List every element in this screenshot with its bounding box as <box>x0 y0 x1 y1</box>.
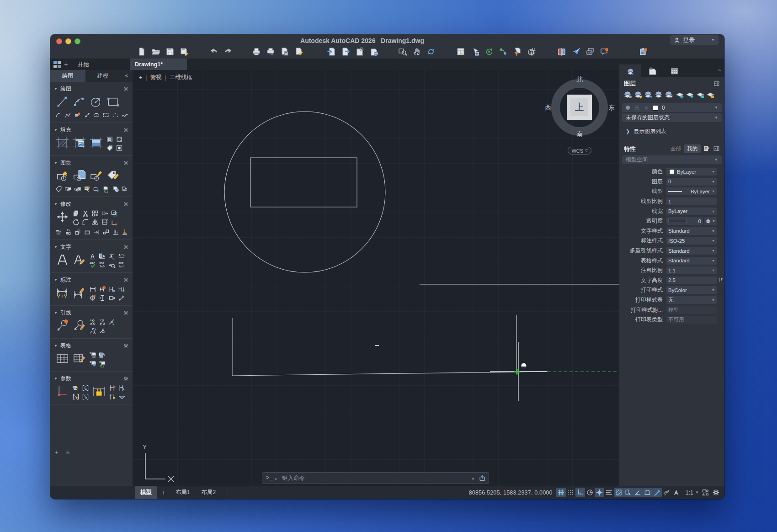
lead-add-icon[interactable] <box>89 319 96 326</box>
qat-quick-select-button[interactable] <box>470 47 480 57</box>
transparency-extra[interactable]: ▼ <box>704 217 717 225</box>
param-corner-icon[interactable] <box>56 385 69 398</box>
tool-text-col[interactable]: A <box>98 252 106 261</box>
status-annotation-toggle[interactable] <box>652 488 662 497</box>
zoom-window-icon[interactable] <box>398 47 407 56</box>
tool-mirror[interactable] <box>91 218 99 226</box>
section-gear-icon[interactable] <box>123 86 129 92</box>
collapse-triangle-icon[interactable]: ▼ <box>54 161 58 165</box>
doc-link-icon[interactable] <box>369 47 378 56</box>
fillet-icon[interactable] <box>82 218 89 226</box>
block-edit-icon[interactable] <box>90 169 103 182</box>
tool-dim-lin[interactable] <box>89 285 97 293</box>
tool-hatch[interactable] <box>55 135 70 150</box>
tool-pline[interactable] <box>64 111 73 119</box>
tag-dot-icon[interactable] <box>106 144 113 152</box>
tool-table-brush[interactable] <box>72 351 87 366</box>
qat-print-preview-button[interactable] <box>266 47 276 57</box>
blk-disk-icon[interactable] <box>64 186 72 193</box>
pdf-2-icon[interactable]: PDF <box>118 261 125 269</box>
command-history-dropdown[interactable]: ▼ <box>274 478 277 481</box>
tool-par-b2[interactable] <box>81 384 90 392</box>
dim-box-icon[interactable]: 1 <box>108 294 116 302</box>
tool-pdf-2[interactable]: PDF <box>117 261 126 269</box>
tool-scale-s[interactable] <box>102 228 110 236</box>
status-monitor-pair-button[interactable] <box>702 489 709 496</box>
redo-icon[interactable] <box>224 47 233 56</box>
object-snap-icon[interactable] <box>596 489 603 496</box>
dropdown-field[interactable]: Standard▼ <box>666 227 717 235</box>
dim-i-icon[interactable] <box>99 294 106 302</box>
tool-points[interactable] <box>112 111 120 119</box>
tab-drawing1[interactable]: Drawing1* <box>130 59 187 70</box>
annotation-scale-control[interactable]: 1:1▼ <box>686 489 699 496</box>
tool-explode[interactable] <box>64 228 73 236</box>
layer-selector[interactable]: 0 ▼ <box>622 103 722 112</box>
move-icon[interactable] <box>56 210 69 223</box>
viewport-menu-button[interactable]: + <box>139 74 142 81</box>
poly-box-icon[interactable] <box>644 489 651 496</box>
pdf-1-icon[interactable]: PDF <box>99 261 106 269</box>
collapse-triangle-icon[interactable]: ▼ <box>54 245 58 249</box>
qat-import-doc-button[interactable] <box>326 47 336 57</box>
annotation-icon[interactable] <box>653 489 661 496</box>
dim-brush-icon[interactable] <box>73 286 86 299</box>
blk-save-icon[interactable] <box>74 186 81 193</box>
tool-offset2[interactable] <box>110 209 118 218</box>
qat-share-plane-button[interactable] <box>571 47 581 57</box>
palette-tab-建模[interactable]: 建模 <box>85 70 121 82</box>
tool-blk-disk[interactable] <box>64 185 73 193</box>
status-object-snap-toggle[interactable] <box>595 488 604 497</box>
tool-stretch2[interactable] <box>101 209 109 218</box>
tool-tbl-a[interactable]: A <box>98 351 106 359</box>
tag-s-icon[interactable] <box>55 186 63 193</box>
qat-open-file-button[interactable] <box>151 47 161 57</box>
text-A-icon[interactable] <box>56 253 69 266</box>
table-icon[interactable] <box>56 352 69 365</box>
tool-tag-s[interactable] <box>55 185 63 193</box>
status-polar-toggle[interactable] <box>585 488 595 497</box>
viewcube-north[interactable]: 北 <box>576 75 583 84</box>
status-annot-person-toggle[interactable] <box>671 488 681 497</box>
qat-new-file-button[interactable] <box>137 47 147 57</box>
angle-snap-icon[interactable] <box>634 489 642 496</box>
print-icon[interactable] <box>252 47 261 56</box>
annot-person-icon[interactable] <box>672 489 680 496</box>
grid-snap-icon[interactable] <box>557 489 565 496</box>
tool-par-b1[interactable] <box>72 393 80 401</box>
lead-al-icon[interactable] <box>108 319 116 326</box>
hatch-toggle-icon[interactable] <box>615 489 623 496</box>
qat-sheet-number-button[interactable] <box>527 47 537 57</box>
block-make-icon[interactable] <box>56 169 69 182</box>
compare-doc-icon[interactable] <box>557 47 566 56</box>
tool-dim-chain[interactable] <box>117 285 126 293</box>
plunger-icon[interactable] <box>121 229 128 236</box>
mline-icon[interactable] <box>74 112 81 119</box>
tool-clip2[interactable] <box>101 218 109 226</box>
dim-flash-icon[interactable] <box>56 286 69 299</box>
tool-block-edit[interactable] <box>89 168 104 183</box>
collapse-triangle-icon[interactable]: ▼ <box>54 344 58 348</box>
tool-lead-add[interactable] <box>89 318 97 326</box>
viewcube-top-face[interactable]: 上 <box>567 95 592 120</box>
qat-clipboard-alert-button[interactable] <box>638 47 648 57</box>
blk-plus-icon[interactable] <box>93 186 100 193</box>
ly-arrow-button[interactable] <box>644 90 653 99</box>
gear-icon[interactable] <box>123 127 129 133</box>
status-gear-big-button[interactable] <box>712 489 720 496</box>
tool-rectangle[interactable] <box>106 94 121 109</box>
tool-param-lock[interactable] <box>91 384 106 399</box>
layers-tab-icon[interactable]: i <box>626 67 635 75</box>
points-icon[interactable] <box>112 112 119 119</box>
qat-redo-button[interactable] <box>223 47 233 57</box>
view-direction-control[interactable]: 俯视 <box>150 74 162 81</box>
tool-hatch-s[interactable] <box>115 135 123 144</box>
tool-find-A[interactable]: A <box>108 252 116 261</box>
hatch-icon[interactable] <box>56 136 69 149</box>
dim-lin-icon[interactable] <box>89 286 96 293</box>
collapse-triangle-icon[interactable]: ▼ <box>54 128 58 132</box>
qat-pan-button[interactable] <box>412 47 422 57</box>
array-icon[interactable] <box>91 210 99 217</box>
leader-icon[interactable] <box>56 319 69 332</box>
text-height-adjust[interactable] <box>718 277 723 283</box>
